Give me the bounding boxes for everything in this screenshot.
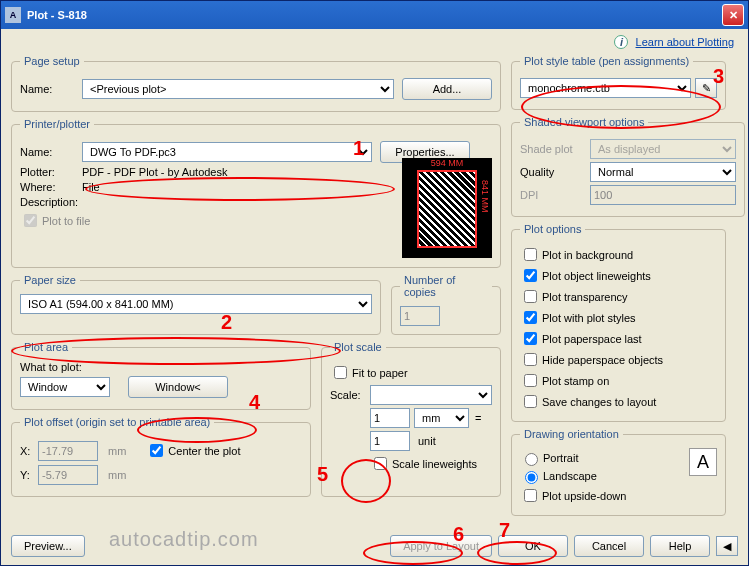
x-label: X: (20, 445, 38, 457)
info-icon: i (614, 35, 628, 49)
plot-style-table-group: Plot style table (pen assignments) monoc… (511, 55, 726, 110)
what-to-plot-label: What to plot: (20, 361, 302, 373)
page-setup-legend: Page setup (20, 55, 84, 67)
orientation-legend: Drawing orientation (520, 428, 623, 440)
paper-size-legend: Paper size (20, 274, 80, 286)
hide-paperspace-label: Hide paperspace objects (542, 354, 663, 366)
plot-offset-group: Plot offset (origin set to printable are… (11, 416, 311, 497)
plot-options-legend: Plot options (520, 223, 585, 235)
preview-sheet (417, 170, 477, 248)
shade-plot-select: As displayed (590, 139, 736, 159)
plot-background-label: Plot in background (542, 249, 633, 261)
plot-style-table-select[interactable]: monochrome.ctb (520, 78, 691, 98)
dpi-input (590, 185, 736, 205)
page-setup-group: Page setup Name: <Previous plot> Add... (11, 55, 501, 112)
plot-lineweights-checkbox[interactable] (524, 269, 537, 282)
app-icon: A (5, 7, 21, 23)
preview-height-label: 841 MM (480, 180, 490, 213)
cancel-button[interactable]: Cancel (574, 535, 644, 557)
portrait-radio[interactable] (525, 453, 538, 466)
plot-styles-checkbox[interactable] (524, 311, 537, 324)
plotter-value: PDF - PDF Plot - by Autodesk (82, 166, 228, 178)
plot-background-checkbox[interactable] (524, 248, 537, 261)
landscape-label: Landscape (543, 470, 597, 482)
add-button[interactable]: Add... (402, 78, 492, 100)
plot-transparency-checkbox[interactable] (524, 290, 537, 303)
plotter-label: Plotter: (20, 166, 82, 178)
fit-to-paper-label: Fit to paper (352, 367, 408, 379)
printer-name-select[interactable]: DWG To PDF.pc3 (82, 142, 372, 162)
window-title: Plot - S-818 (27, 9, 722, 21)
apply-to-layout-button: Apply to Layout (390, 535, 492, 557)
plot-paperspace-label: Plot paperspace last (542, 333, 642, 345)
printer-plotter-group: Printer/plotter Name: DWG To PDF.pc3 Pro… (11, 118, 501, 268)
paper-size-group: Paper size ISO A1 (594.00 x 841.00 MM) (11, 274, 381, 335)
x-unit: mm (108, 445, 126, 457)
scale-lineweights-label: Scale lineweights (392, 458, 477, 470)
plot-dialog: A Plot - S-818 ✕ i Learn about Plotting … (0, 0, 749, 566)
center-plot-checkbox[interactable] (150, 444, 163, 457)
printer-legend: Printer/plotter (20, 118, 94, 130)
description-label: Description: (20, 196, 92, 208)
where-value: File (82, 181, 100, 193)
dpi-label: DPI (520, 189, 590, 201)
y-label: Y: (20, 469, 38, 481)
plot-area-group: Plot area What to plot: Window Window< (11, 341, 311, 410)
plot-stamp-label: Plot stamp on (542, 375, 609, 387)
hide-paperspace-checkbox[interactable] (524, 353, 537, 366)
scale-units-input[interactable] (370, 408, 410, 428)
scale-select[interactable] (370, 385, 492, 405)
quality-label: Quality (520, 166, 590, 178)
watermark: autocadtip.com (109, 528, 259, 551)
printer-name-label: Name: (20, 146, 82, 158)
scale-drawing-input[interactable] (370, 431, 410, 451)
scale-lineweights-checkbox[interactable] (374, 457, 387, 470)
expand-icon[interactable]: ◀ (716, 536, 738, 556)
scale-drawing-unit: unit (418, 435, 436, 447)
x-input (38, 441, 98, 461)
page-setup-name-label: Name: (20, 83, 82, 95)
center-plot-label: Center the plot (168, 445, 240, 457)
y-input (38, 465, 98, 485)
help-button[interactable]: Help (650, 535, 710, 557)
landscape-radio[interactable] (525, 471, 538, 484)
what-to-plot-select[interactable]: Window (20, 377, 110, 397)
preview-width-label: 594 MM (431, 159, 464, 168)
plot-paperspace-checkbox[interactable] (524, 332, 537, 345)
portrait-label: Portrait (543, 452, 578, 464)
save-changes-label: Save changes to layout (542, 396, 656, 408)
titlebar: A Plot - S-818 ✕ (1, 1, 748, 29)
y-unit: mm (108, 469, 126, 481)
where-label: Where: (20, 181, 82, 193)
shaded-viewport-group: Shaded viewport options Shade plotAs dis… (511, 116, 745, 217)
plot-scale-group: Plot scale Fit to paper Scale: mm = unit (321, 341, 501, 497)
plot-styles-label: Plot with plot styles (542, 312, 636, 324)
scale-label: Scale: (330, 389, 370, 401)
quality-select[interactable]: Normal (590, 162, 736, 182)
plot-scale-legend: Plot scale (330, 341, 386, 353)
fit-to-paper-checkbox[interactable] (334, 366, 347, 379)
scale-units-select[interactable]: mm (414, 408, 469, 428)
upside-down-label: Plot upside-down (542, 490, 626, 502)
plot-offset-legend: Plot offset (origin set to printable are… (20, 416, 214, 428)
paper-preview: 594 MM 841 MM (402, 158, 492, 258)
plot-style-table-legend: Plot style table (pen assignments) (520, 55, 693, 67)
copies-input (400, 306, 440, 326)
learn-about-plotting-link[interactable]: Learn about Plotting (636, 36, 734, 48)
save-changes-checkbox[interactable] (524, 395, 537, 408)
orientation-group: Drawing orientation Portrait Landscape P… (511, 428, 726, 516)
copies-legend: Number of copies (400, 274, 492, 298)
copies-group: Number of copies (391, 274, 501, 335)
close-icon[interactable]: ✕ (722, 4, 744, 26)
scale-equals: = (475, 412, 481, 424)
preview-button[interactable]: Preview... (11, 535, 85, 557)
shade-plot-label: Shade plot (520, 143, 590, 155)
paper-size-select[interactable]: ISO A1 (594.00 x 841.00 MM) (20, 294, 372, 314)
learn-link-row: i Learn about Plotting (614, 35, 734, 49)
plot-to-file-label: Plot to file (42, 215, 90, 227)
plot-stamp-checkbox[interactable] (524, 374, 537, 387)
upside-down-checkbox[interactable] (524, 489, 537, 502)
plot-area-legend: Plot area (20, 341, 72, 353)
window-button[interactable]: Window< (128, 376, 228, 398)
page-setup-name-select[interactable]: <Previous plot> (82, 79, 394, 99)
